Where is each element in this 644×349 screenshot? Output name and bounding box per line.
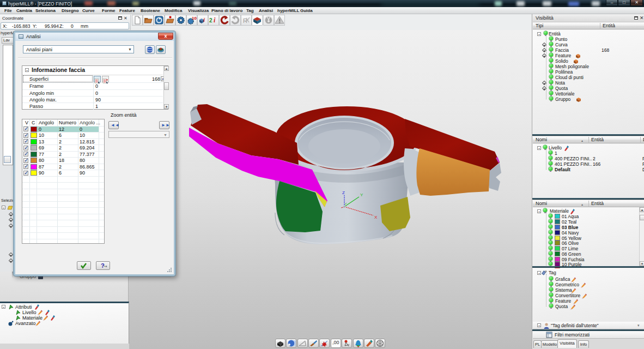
svg-text:Y: Y xyxy=(360,192,363,197)
svg-text:2: 2 xyxy=(209,17,212,23)
svg-text:Z: Z xyxy=(342,190,345,195)
svg-text:i: i xyxy=(214,16,216,24)
svg-text:i: i xyxy=(203,16,205,23)
svg-text:X: X xyxy=(374,215,378,220)
svg-text:10: 10 xyxy=(192,16,197,21)
